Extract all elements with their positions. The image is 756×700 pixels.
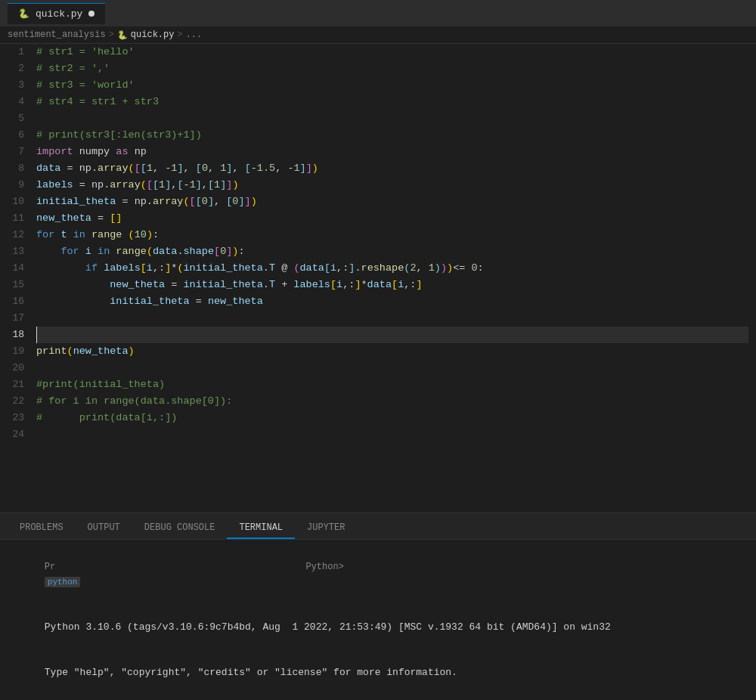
ln-23: 23 <box>8 410 24 426</box>
code-line-15: new_theta = initial_theta.T + labels[i,:… <box>36 277 748 293</box>
code-line-8: data = np.array([[1, -1], [0, 1], [-1.5,… <box>36 160 748 177</box>
ln-17: 17 <box>8 310 24 327</box>
code-line-20 <box>36 360 748 376</box>
terminal-print-data: >>> print(data) <box>9 695 747 698</box>
code-line-14: if labels[i,:]*(initial_theta.T @ (data[… <box>36 260 748 277</box>
code-line-21: #print(initial_theta) <box>36 376 748 393</box>
panel-tabs: PROBLEMS OUTPUT DEBUG CONSOLE TERMINAL J… <box>0 513 756 540</box>
code-line-2: # str2 = ',' <box>36 60 748 77</box>
code-line-12: for t in range (10): <box>36 227 748 243</box>
breadcrumb-file-icon: 🐍 <box>117 30 128 40</box>
terminal-python-version: Python 3.10.6 (tags/v3.10.6:9c7b4bd, Aug… <box>9 605 747 650</box>
ln-1: 1 <box>8 44 24 60</box>
ln-18: 18 <box>8 327 24 343</box>
ln-8: 8 <box>8 160 24 177</box>
terminal-line-blur: Pr Python> python <box>9 544 747 605</box>
tab-debug-console[interactable]: DEBUG CONSOLE <box>132 518 228 539</box>
terminal-help-line: Type "help", "copyright", "credits" or "… <box>9 650 747 695</box>
breadcrumb-sep2: > <box>177 29 182 40</box>
line-numbers: 1 2 3 4 5 6 7 8 9 10 11 12 13 14 15 16 1… <box>0 44 36 443</box>
ln-2: 2 <box>8 60 24 77</box>
ln-5: 5 <box>8 110 24 127</box>
ln-11: 11 <box>8 210 24 227</box>
ln-12: 12 <box>8 227 24 243</box>
ln-9: 9 <box>8 177 24 194</box>
code-line-19: print(new_theta) <box>36 343 748 360</box>
bottom-panel: PROBLEMS OUTPUT DEBUG CONSOLE TERMINAL J… <box>0 513 756 698</box>
ln-16: 16 <box>8 293 24 310</box>
python-badge: python <box>45 577 81 587</box>
code-line-9: labels = np.array([[1],[-1],[1]]) <box>36 177 748 194</box>
ln-21: 21 <box>8 376 24 393</box>
code-line-24 <box>36 426 748 443</box>
code-line-11: new_theta = [] <box>36 210 748 227</box>
ln-22: 22 <box>8 393 24 410</box>
code-line-18 <box>36 327 748 343</box>
code-line-23: # print(data[i,:]) <box>36 410 748 426</box>
code-line-6: # print(str3[:len(str3)+1]) <box>36 127 748 144</box>
tab-terminal[interactable]: TERMINAL <box>227 518 295 539</box>
breadcrumb: sentiment_analysis > 🐍 quick.py > ... <box>0 26 756 44</box>
tab-filename: quick.py <box>36 8 82 20</box>
ln-14: 14 <box>8 260 24 277</box>
tab-jupyter[interactable]: JUPYTER <box>295 518 357 539</box>
code-line-3: # str3 = 'world' <box>36 77 748 94</box>
code-line-4: # str4 = str1 + str3 <box>36 94 748 110</box>
file-tab[interactable]: 🐍 quick.py <box>8 3 105 24</box>
breadcrumb-part2: quick.py <box>131 29 175 40</box>
code-line-13: for i in range(data.shape[0]): <box>36 243 748 260</box>
ln-19: 19 <box>8 343 24 360</box>
ln-20: 20 <box>8 360 24 376</box>
code-editor[interactable]: 1 2 3 4 5 6 7 8 9 10 11 12 13 14 15 16 1… <box>0 44 756 513</box>
tab-problems[interactable]: PROBLEMS <box>8 518 76 539</box>
breadcrumb-sep1: > <box>109 29 114 40</box>
code-line-7: import numpy as np <box>36 144 748 160</box>
ln-10: 10 <box>8 194 24 210</box>
python-file-icon: 🐍 <box>18 8 29 20</box>
ln-6: 6 <box>8 127 24 144</box>
code-content[interactable]: # str1 = 'hello' # str2 = ',' # str3 = '… <box>36 44 756 443</box>
code-line-10: initial_theta = np.array([[0], [0]]) <box>36 194 748 210</box>
tab-output[interactable]: OUTPUT <box>76 518 132 539</box>
title-bar: 🐍 quick.py <box>0 0 756 26</box>
terminal-body[interactable]: Pr Python> python Python 3.10.6 (tags/v3… <box>0 540 756 698</box>
code-line-16: initial_theta = new_theta <box>36 293 748 310</box>
ln-24: 24 <box>8 426 24 443</box>
code-line-17 <box>36 310 748 327</box>
ln-7: 7 <box>8 144 24 160</box>
code-line-5 <box>36 110 748 127</box>
unsaved-indicator <box>88 11 94 17</box>
ln-13: 13 <box>8 243 24 260</box>
code-line-22: # for i in range(data.shape[0]): <box>36 393 748 410</box>
ln-3: 3 <box>8 77 24 94</box>
code-line-1: # str1 = 'hello' <box>36 44 748 60</box>
breadcrumb-part1: sentiment_analysis <box>8 29 106 40</box>
breadcrumb-part3: ... <box>186 29 203 40</box>
ln-15: 15 <box>8 277 24 293</box>
ln-4: 4 <box>8 94 24 110</box>
